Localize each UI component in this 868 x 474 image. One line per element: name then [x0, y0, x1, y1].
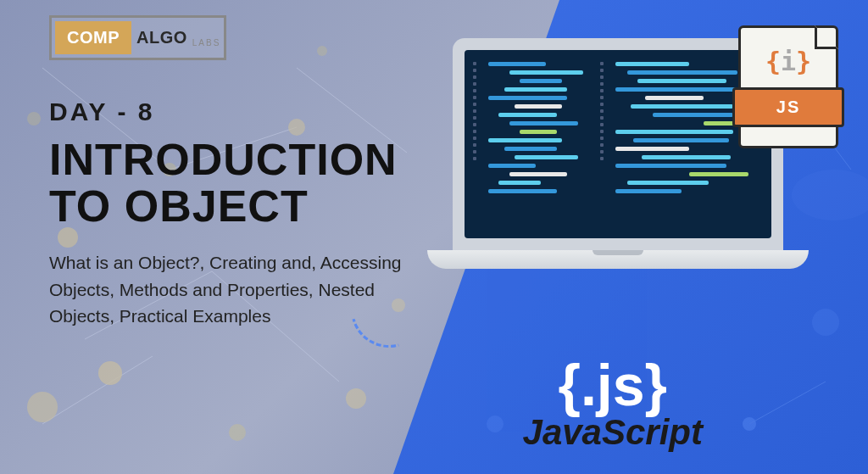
- file-braces-icon: {i}: [765, 47, 811, 76]
- svg-point-12: [346, 388, 366, 409]
- svg-point-17: [812, 309, 839, 336]
- file-js-badge: JS: [732, 87, 844, 127]
- svg-point-13: [27, 112, 41, 125]
- logo-comp-text: COMP: [55, 21, 131, 54]
- text-content-block: DAY - 8 INTRODUCTION TO OBJECT What is a…: [49, 98, 439, 330]
- svg-point-22: [792, 170, 868, 220]
- laptop-display: [465, 50, 771, 238]
- js-file-icon: {i} JS: [738, 25, 838, 148]
- code-column-1: [488, 62, 593, 226]
- js-braces-text: {.js}: [523, 356, 703, 414]
- javascript-logo: {.js} JavaScript: [523, 356, 703, 453]
- javascript-text: JavaScript: [523, 412, 703, 453]
- brand-logo: COMP ALGO LABS: [49, 15, 226, 60]
- laptop-base: [427, 250, 809, 269]
- laptop-illustration: [453, 38, 783, 269]
- laptop-screen-bezel: [453, 38, 783, 250]
- svg-point-11: [229, 424, 246, 441]
- svg-point-7: [27, 392, 58, 422]
- description-text: What is an Object?, Creating and, Access…: [49, 249, 439, 330]
- day-label: DAY - 8: [49, 98, 439, 126]
- svg-point-10: [98, 361, 122, 385]
- logo-algo-text: ALGO: [131, 21, 192, 54]
- svg-line-4: [42, 356, 153, 424]
- svg-point-14: [317, 46, 327, 56]
- code-gutter-right: [600, 62, 609, 226]
- page-title: INTRODUCTION TO OBJECT: [49, 137, 439, 229]
- svg-point-18: [487, 415, 504, 432]
- svg-line-20: [749, 382, 826, 424]
- logo-labs-text: LABS: [192, 38, 221, 54]
- code-gutter-left: [473, 62, 481, 226]
